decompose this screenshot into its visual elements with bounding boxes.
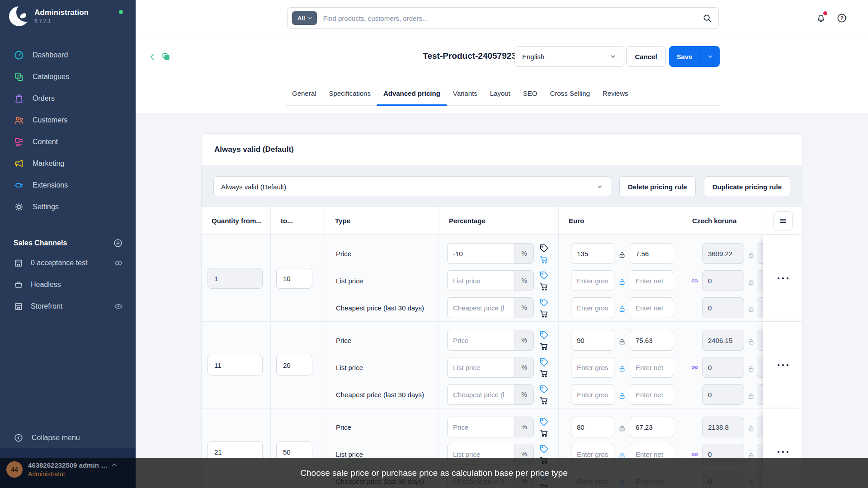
- eye-icon[interactable]: [114, 302, 123, 311]
- sidebar-item-customers[interactable]: Customers: [0, 109, 136, 131]
- tag-icon[interactable]: [539, 298, 549, 307]
- eye-icon[interactable]: [114, 258, 123, 267]
- search-icon[interactable]: [702, 13, 712, 23]
- user-menu[interactable]: 44 4638262232509 admin 4... Administrato…: [0, 448, 136, 488]
- percentage-input[interactable]: [448, 417, 514, 437]
- tab-seo[interactable]: SEO: [517, 89, 544, 106]
- language-select[interactable]: English: [514, 46, 624, 67]
- save-dropdown-button[interactable]: [700, 46, 720, 67]
- tag-icon[interactable]: [539, 417, 549, 427]
- euro-net-input[interactable]: [630, 243, 673, 264]
- pricing-rule-select[interactable]: Always valid (Default): [213, 176, 611, 197]
- tag-icon[interactable]: [539, 330, 549, 340]
- tag-icon[interactable]: [539, 357, 549, 367]
- quantity-from-input[interactable]: [208, 268, 263, 289]
- tag-icon[interactable]: [539, 271, 549, 280]
- koruna-net-input[interactable]: [757, 243, 763, 264]
- inheritance-link-icon[interactable]: [690, 277, 699, 285]
- collapse-menu-button[interactable]: Collapse menu: [0, 433, 136, 443]
- search-input[interactable]: [323, 14, 702, 22]
- row-context-menu-button[interactable]: [775, 271, 791, 286]
- cart-icon[interactable]: [539, 396, 549, 405]
- koruna-gross-input[interactable]: [702, 357, 744, 378]
- percentage-input[interactable]: [448, 357, 514, 377]
- cart-icon[interactable]: [539, 342, 549, 351]
- koruna-net-input[interactable]: [757, 297, 763, 318]
- sidebar-item-dashboard[interactable]: Dashboard: [0, 44, 136, 66]
- save-button[interactable]: Save: [669, 46, 700, 67]
- lock-icon[interactable]: [618, 251, 626, 259]
- koruna-net-input[interactable]: [757, 384, 763, 405]
- global-search[interactable]: All: [287, 7, 719, 29]
- tag-icon[interactable]: [539, 385, 549, 394]
- koruna-net-input[interactable]: [757, 330, 763, 351]
- search-scope-button[interactable]: All: [292, 11, 317, 25]
- euro-net-input[interactable]: [630, 417, 673, 437]
- row-context-menu-button[interactable]: [775, 444, 791, 460]
- koruna-gross-input[interactable]: [702, 270, 744, 291]
- sidebar-item-settings[interactable]: Settings: [0, 196, 136, 218]
- tab-advanced-pricing[interactable]: Advanced pricing: [377, 89, 447, 106]
- cart-icon[interactable]: [539, 369, 549, 378]
- euro-gross-input[interactable]: [571, 270, 614, 291]
- lock-icon[interactable]: [747, 305, 755, 313]
- cancel-button[interactable]: Cancel: [626, 46, 666, 67]
- lock-icon[interactable]: [747, 392, 755, 400]
- percentage-input[interactable]: [448, 298, 514, 318]
- sales-channel-item[interactable]: Headless: [0, 274, 136, 296]
- euro-gross-input[interactable]: [571, 357, 614, 378]
- help-button[interactable]: ?: [836, 13, 847, 23]
- tag-icon[interactable]: [539, 444, 549, 454]
- back-button[interactable]: [147, 52, 157, 62]
- lock-icon[interactable]: [618, 338, 626, 346]
- quantity-from-input[interactable]: [208, 355, 263, 375]
- sales-channel-item[interactable]: Storefront: [0, 296, 136, 317]
- duplicate-pricing-rule-button[interactable]: Duplicate pricing rule: [704, 176, 790, 197]
- cart-icon[interactable]: [539, 255, 549, 264]
- sidebar-item-marketing[interactable]: Marketing: [0, 153, 136, 174]
- percentage-input[interactable]: [448, 244, 514, 263]
- tab-cross-selling[interactable]: Cross Selling: [543, 89, 596, 106]
- duplicate-product-icon[interactable]: [161, 52, 171, 61]
- euro-gross-input[interactable]: [571, 330, 614, 351]
- lock-icon[interactable]: [618, 392, 626, 400]
- sidebar-item-catalogues[interactable]: Catalogues: [0, 66, 136, 88]
- cart-icon[interactable]: [539, 282, 549, 291]
- koruna-net-input[interactable]: [757, 270, 763, 291]
- lock-icon[interactable]: [618, 365, 626, 373]
- column-settings-button[interactable]: [774, 211, 793, 230]
- tag-icon[interactable]: [539, 244, 549, 253]
- koruna-net-input[interactable]: [757, 357, 763, 378]
- sales-channel-item[interactable]: 0 acceptance test: [0, 252, 136, 274]
- lock-icon[interactable]: [747, 251, 755, 259]
- lock-icon[interactable]: [747, 425, 755, 432]
- quantity-to-input[interactable]: [276, 355, 312, 375]
- euro-net-input[interactable]: [630, 297, 673, 318]
- tab-general[interactable]: General: [286, 89, 322, 106]
- tab-specifications[interactable]: Specifications: [322, 89, 377, 106]
- delete-pricing-rule-button[interactable]: Delete pricing rule: [619, 176, 696, 197]
- koruna-gross-input[interactable]: [702, 297, 744, 318]
- koruna-gross-input[interactable]: [702, 243, 744, 264]
- koruna-gross-input[interactable]: [702, 384, 744, 405]
- sidebar-item-content[interactable]: Content: [0, 131, 136, 153]
- koruna-gross-input[interactable]: [702, 330, 744, 351]
- euro-gross-input[interactable]: [571, 243, 614, 264]
- lock-icon[interactable]: [618, 424, 626, 432]
- lock-icon[interactable]: [747, 365, 755, 373]
- tab-reviews[interactable]: Reviews: [596, 89, 635, 106]
- koruna-net-input[interactable]: [757, 417, 763, 437]
- lock-icon[interactable]: [747, 278, 755, 286]
- koruna-gross-input[interactable]: [702, 417, 744, 437]
- tab-variants[interactable]: Variants: [447, 89, 484, 106]
- quantity-to-input[interactable]: [276, 268, 312, 289]
- euro-net-input[interactable]: [630, 384, 673, 405]
- row-context-menu-button[interactable]: [775, 357, 791, 373]
- sidebar-item-orders[interactable]: Orders: [0, 88, 136, 109]
- lock-icon[interactable]: [747, 338, 755, 346]
- lock-icon[interactable]: [618, 305, 626, 313]
- euro-gross-input[interactable]: [571, 417, 614, 437]
- inheritance-link-icon[interactable]: [690, 363, 699, 372]
- cart-icon[interactable]: [539, 428, 549, 438]
- cart-icon[interactable]: [539, 309, 549, 319]
